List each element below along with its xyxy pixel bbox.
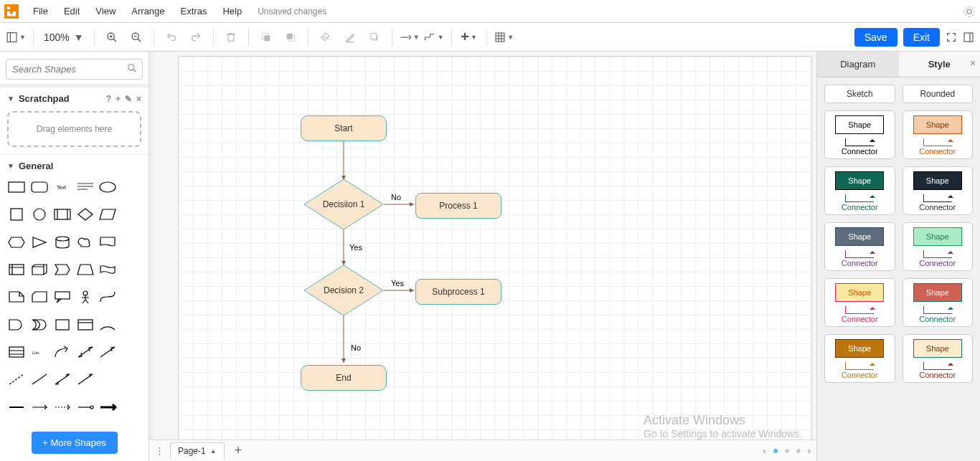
- shape-triangle[interactable]: [30, 235, 49, 249]
- shape-cylinder[interactable]: [53, 235, 72, 249]
- shape-link[interactable]: [7, 400, 26, 414]
- menu-help[interactable]: Help: [215, 3, 249, 19]
- shape-data-store[interactable]: [53, 318, 72, 332]
- shape-blank8a[interactable]: [98, 372, 117, 386]
- shape-internal-storage[interactable]: [7, 262, 26, 277]
- shape-actor[interactable]: [76, 290, 95, 304]
- add-page-icon[interactable]: +: [230, 443, 247, 458]
- shape-trapezoid[interactable]: [76, 262, 95, 277]
- shape-list[interactable]: [7, 345, 26, 359]
- to-back-icon[interactable]: [281, 27, 301, 47]
- shape-line[interactable]: [30, 372, 49, 386]
- shape-cloud[interactable]: [76, 235, 95, 249]
- shape-blank6[interactable]: [121, 318, 140, 332]
- to-front-icon[interactable]: [256, 27, 276, 47]
- shape-blank4[interactable]: [121, 262, 140, 277]
- fullscreen-icon[interactable]: [946, 32, 957, 43]
- style-preset-7[interactable]: ShapeConnector: [903, 278, 974, 327]
- shadow-icon[interactable]: [364, 27, 385, 47]
- shape-cube[interactable]: [30, 262, 49, 277]
- node-start[interactable]: Start: [301, 115, 387, 141]
- menu-extras[interactable]: Extras: [174, 3, 215, 19]
- style-preset-4[interactable]: ShapeConnector: [824, 222, 895, 271]
- node-decision2[interactable]: Decision 2: [304, 265, 383, 315]
- node-subprocess1[interactable]: Subprocess 1: [415, 279, 501, 305]
- node-decision1[interactable]: Decisiion 1: [304, 179, 383, 229]
- scratchpad-help-icon[interactable]: ?: [106, 94, 111, 104]
- scratchpad-close-icon[interactable]: ×: [136, 94, 141, 104]
- shape-note[interactable]: [7, 290, 26, 304]
- shape-and[interactable]: [7, 318, 26, 332]
- shape-link3[interactable]: [53, 400, 72, 414]
- canvas[interactable]: No Yes Yes No Start Decisiion 1 Process …: [149, 52, 816, 461]
- zoom-out-icon[interactable]: [126, 27, 146, 47]
- shape-blank2[interactable]: [121, 207, 140, 222]
- style-preset-3[interactable]: ShapeConnector: [903, 166, 974, 215]
- shape-link5[interactable]: [98, 400, 117, 414]
- line-color-icon[interactable]: [340, 27, 360, 47]
- style-preset-8[interactable]: ShapeConnector: [824, 334, 895, 383]
- redo-icon[interactable]: [186, 27, 206, 47]
- page-prev-icon[interactable]: ‹: [763, 445, 765, 456]
- style-preset-6[interactable]: ShapeConnector: [824, 278, 895, 327]
- shape-dashed-line[interactable]: [7, 372, 26, 386]
- waypoint-icon[interactable]: ▼: [424, 27, 444, 47]
- connection-icon[interactable]: ▼: [400, 27, 420, 47]
- view-dropdown[interactable]: ▼: [6, 27, 26, 47]
- shape-document[interactable]: [98, 235, 117, 249]
- tab-style[interactable]: Style: [899, 52, 981, 77]
- shape-circle[interactable]: [30, 207, 49, 222]
- page-tab-1[interactable]: Page-1▲: [170, 442, 225, 459]
- shape-arrow[interactable]: [98, 345, 117, 359]
- rounded-toggle[interactable]: Rounded: [903, 85, 974, 103]
- shape-diamond[interactable]: [76, 207, 95, 222]
- style-preset-1[interactable]: ShapeConnector: [903, 110, 974, 159]
- style-preset-0[interactable]: ShapeConnector: [824, 110, 895, 159]
- scratchpad-add-icon[interactable]: +: [116, 94, 121, 104]
- tab-diagram[interactable]: Diagram: [817, 52, 899, 77]
- scratchpad-edit-icon[interactable]: ✎: [125, 94, 132, 104]
- shape-rounded-rect[interactable]: [30, 180, 49, 194]
- drawing-area[interactable]: No Yes Yes No Start Decisiion 1 Process …: [178, 56, 812, 445]
- delete-icon[interactable]: [221, 27, 241, 47]
- style-preset-2[interactable]: ShapeConnector: [824, 166, 895, 215]
- node-process1[interactable]: Process 1: [415, 193, 501, 219]
- shape-blank8[interactable]: [121, 372, 140, 386]
- sketch-toggle[interactable]: Sketch: [824, 85, 895, 103]
- page-dot-3[interactable]: [796, 449, 801, 453]
- menu-file[interactable]: File: [26, 3, 55, 19]
- shape-hexagon[interactable]: [7, 235, 26, 249]
- shape-or[interactable]: [30, 318, 49, 332]
- search-shapes-input[interactable]: [6, 59, 143, 80]
- shape-link2[interactable]: [30, 400, 49, 414]
- menu-edit[interactable]: Edit: [57, 3, 87, 19]
- general-header[interactable]: ▼General: [0, 154, 149, 176]
- scratchpad-dropzone[interactable]: Drag elements here: [7, 111, 141, 147]
- zoom-level[interactable]: 100%▼: [41, 32, 87, 43]
- shape-callout[interactable]: [53, 290, 72, 304]
- shape-blank3[interactable]: [121, 235, 140, 249]
- page-dot-1[interactable]: [773, 449, 778, 453]
- shape-blank7[interactable]: [121, 345, 140, 359]
- shape-blank[interactable]: [121, 180, 140, 194]
- page-menu-icon[interactable]: ⋮: [155, 445, 164, 456]
- shape-parallelogram[interactable]: [98, 207, 117, 222]
- collapse-panel-icon[interactable]: [963, 32, 974, 43]
- shape-card[interactable]: [30, 290, 49, 304]
- more-shapes-button[interactable]: + More Shapes: [32, 432, 118, 454]
- menu-view[interactable]: View: [88, 3, 123, 19]
- shape-blank9[interactable]: [121, 400, 140, 414]
- shape-text[interactable]: Text: [53, 180, 72, 194]
- search-icon[interactable]: [127, 63, 137, 75]
- shape-directional[interactable]: [76, 372, 95, 386]
- shape-curve[interactable]: [98, 290, 117, 304]
- node-end[interactable]: End: [301, 365, 387, 391]
- save-button[interactable]: Save: [854, 28, 897, 47]
- zoom-in-icon[interactable]: [102, 27, 122, 47]
- shape-link4[interactable]: [76, 400, 95, 414]
- menu-arrange[interactable]: Arrange: [124, 3, 171, 19]
- shape-process[interactable]: [53, 207, 72, 222]
- shape-textbox[interactable]: [76, 180, 95, 194]
- shape-bidir-line[interactable]: [53, 372, 72, 386]
- exit-button[interactable]: Exit: [903, 28, 940, 47]
